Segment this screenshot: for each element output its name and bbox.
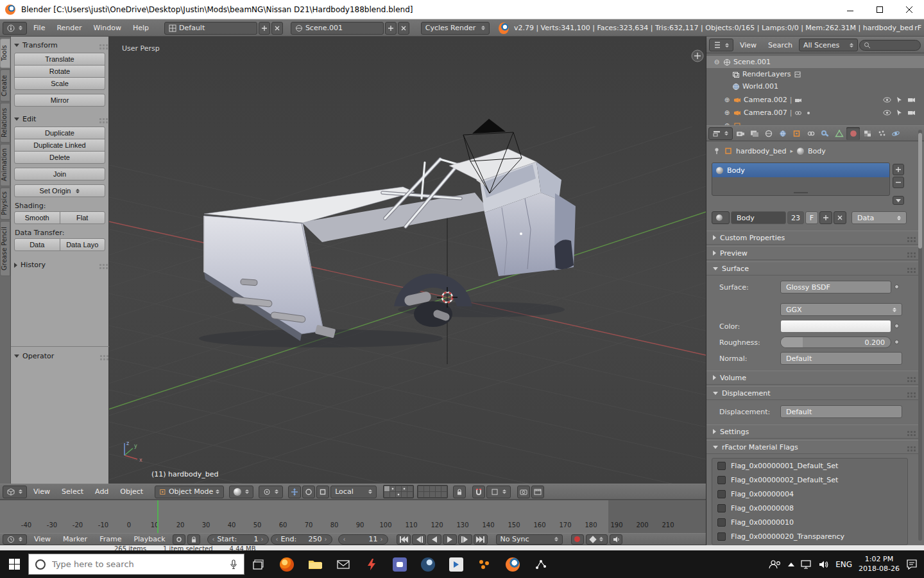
snap-toggle[interactable] <box>472 486 485 498</box>
shade-flat-button[interactable]: Flat <box>60 211 106 224</box>
panel-header-history[interactable]: History <box>14 259 105 271</box>
flag-row[interactable]: Flag_0x00000008 <box>712 501 907 515</box>
play-button[interactable] <box>443 534 457 545</box>
manipulator-rotate-toggle[interactable] <box>302 486 315 498</box>
increment-arrow-icon[interactable]: › <box>261 536 264 543</box>
pin-icon[interactable] <box>713 147 721 155</box>
file-explorer-icon[interactable] <box>301 550 329 578</box>
tab-render-layers[interactable] <box>748 127 761 140</box>
minimize-button[interactable] <box>835 0 865 19</box>
notification-center-icon[interactable] <box>906 559 918 570</box>
tab-constraints[interactable] <box>804 127 817 140</box>
increment-arrow-icon[interactable]: › <box>325 536 327 543</box>
selectability-cursor-icon[interactable] <box>896 96 903 103</box>
timeline-menu-frame[interactable]: Frame <box>94 535 126 543</box>
volume-icon[interactable] <box>819 560 829 569</box>
checkbox-icon[interactable] <box>717 518 726 527</box>
node-app-icon[interactable] <box>527 550 555 578</box>
surface-shader-button[interactable]: Glossy BSDF <box>780 281 891 293</box>
manipulator-translate-toggle[interactable] <box>288 486 301 498</box>
search-input[interactable] <box>52 559 223 569</box>
visibility-eye-icon[interactable] <box>883 96 891 103</box>
sync-mode-dropdown[interactable]: No Sync <box>496 534 563 545</box>
flag-row[interactable]: Flag_0x00000010 <box>712 515 907 529</box>
pivot-point-dropdown[interactable] <box>259 486 283 498</box>
fake-user-button[interactable]: F <box>805 211 818 224</box>
maximize-button[interactable] <box>865 0 894 19</box>
rotate-button[interactable]: Rotate <box>14 65 105 78</box>
playhead[interactable] <box>157 500 158 533</box>
material-users-count[interactable]: 23 <box>787 211 804 224</box>
jump-to-start-button[interactable] <box>397 534 411 545</box>
roughness-slider[interactable]: 0.200 <box>780 337 891 348</box>
checkbox-icon[interactable] <box>717 490 726 498</box>
3d-viewport[interactable]: xyz User Persp (11) hardbody_bed <box>109 37 706 484</box>
browse-material-button[interactable] <box>712 211 730 224</box>
properties-scrollbar[interactable] <box>918 130 922 541</box>
language-indicator[interactable]: ENG <box>835 560 852 569</box>
collapse-icon[interactable]: ⊖ <box>713 58 721 66</box>
tab-relations[interactable]: Relations <box>0 103 10 143</box>
panel-settings[interactable]: Settings <box>706 425 920 439</box>
viewport-menu-add[interactable]: Add <box>90 487 114 496</box>
delete-button[interactable]: Delete <box>14 151 105 164</box>
decrement-arrow-icon[interactable]: ‹ <box>276 536 278 543</box>
screen-layout-selector[interactable]: Default <box>164 22 257 35</box>
transform-orientation-dropdown[interactable]: Local <box>330 486 377 498</box>
viewport-menu-select[interactable]: Select <box>56 487 89 496</box>
outliner-menu-view[interactable]: View <box>735 41 762 49</box>
menu-window[interactable]: Window <box>89 24 126 32</box>
mirror-button[interactable]: Mirror <box>14 94 105 107</box>
opengl-render-animation-button[interactable] <box>531 486 544 498</box>
keying-set-dropdown[interactable] <box>586 534 608 545</box>
panel-displacement[interactable]: Displacement <box>706 386 920 400</box>
task-view-button[interactable] <box>244 550 273 578</box>
firefox-icon[interactable] <box>273 550 301 578</box>
taskbar-search-box[interactable] <box>28 554 244 575</box>
scale-button[interactable]: Scale <box>14 77 105 90</box>
distribution-dropdown[interactable]: GGX <box>780 303 902 316</box>
slot-specials-dropdown[interactable] <box>893 196 904 205</box>
checkbox-icon[interactable] <box>717 476 726 484</box>
recorder-app-icon[interactable] <box>470 550 499 578</box>
add-layout-button[interactable] <box>259 22 270 35</box>
panel-rfactor-flags[interactable]: rFactor Material Flags <box>706 440 920 454</box>
autokey-record-toggle[interactable] <box>173 534 185 545</box>
data-transfer-layout-button[interactable]: Data Layo <box>60 238 106 251</box>
unlink-material-button[interactable] <box>834 211 846 224</box>
viewport-menu-view[interactable]: View <box>28 487 55 496</box>
play-reverse-button[interactable] <box>427 534 441 545</box>
material-name-field[interactable]: Body <box>731 211 786 224</box>
decrement-arrow-icon[interactable]: ‹ <box>343 536 346 543</box>
new-material-button[interactable] <box>819 211 832 224</box>
network-icon[interactable] <box>801 560 812 569</box>
scene-selector[interactable]: Scene.001 <box>291 22 384 35</box>
add-scene-button[interactable] <box>385 22 397 35</box>
menu-help[interactable]: Help <box>128 24 154 32</box>
video-app-icon[interactable] <box>442 550 470 578</box>
duplicate-button[interactable]: Duplicate <box>14 127 105 139</box>
flag-row[interactable]: Flag_0x00000001_Default_Set <box>712 459 907 473</box>
panel-volume[interactable]: Volume <box>706 371 920 385</box>
shade-smooth-button[interactable]: Smooth <box>14 211 60 224</box>
opengl-render-image-button[interactable] <box>517 486 530 498</box>
tab-animation[interactable]: Animation <box>0 144 10 186</box>
expand-icon[interactable]: ⊕ <box>723 109 731 116</box>
flag-row[interactable]: Flag_0x00000002_Default_Set <box>712 473 907 487</box>
outliner-row-renderlayers[interactable]: RenderLayers <box>706 68 924 80</box>
frame-start-field[interactable]: ‹ Start: 1 › <box>207 534 269 545</box>
tray-expand-chevron-icon[interactable] <box>788 563 794 566</box>
tab-physics[interactable]: Physics <box>0 188 10 220</box>
tab-material[interactable] <box>846 127 860 140</box>
outliner-row-world[interactable]: World.001 <box>706 80 924 92</box>
timeline-menu-view[interactable]: View <box>29 535 56 543</box>
viewport-menu-object[interactable]: Object <box>115 487 148 496</box>
tab-modifiers[interactable] <box>818 127 832 140</box>
delete-scene-button[interactable] <box>398 22 409 35</box>
material-link-dropdown[interactable]: Data <box>851 211 907 224</box>
tab-tools[interactable]: Tools <box>0 39 10 68</box>
tab-texture[interactable] <box>860 127 874 140</box>
checkbox-icon[interactable] <box>717 504 726 512</box>
duplicate-linked-button[interactable]: Duplicate Linked <box>14 139 105 152</box>
region-expand-button[interactable] <box>692 50 703 62</box>
